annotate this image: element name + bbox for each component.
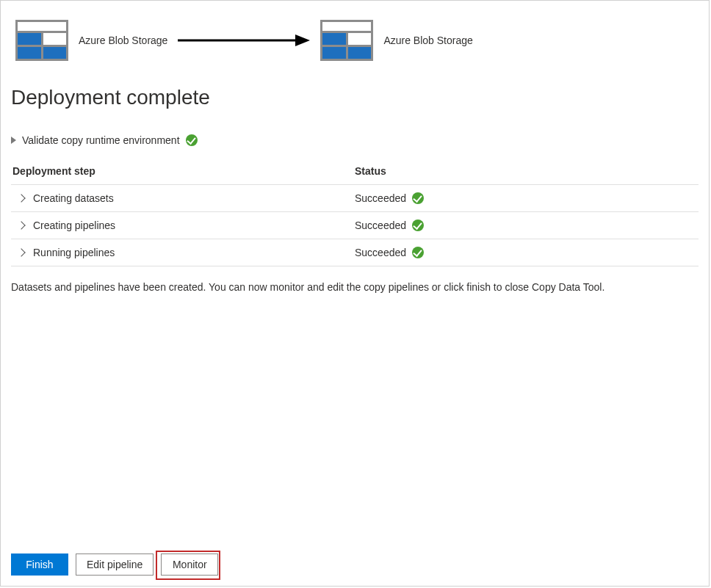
blob-storage-icon (320, 20, 373, 61)
check-success-icon (412, 192, 424, 204)
deployment-steps-table: Deployment step Status Creating datasets… (11, 159, 699, 266)
deployment-summary-text: Datasets and pipelines have been created… (11, 266, 699, 293)
check-success-icon (412, 219, 424, 231)
data-flow-diagram: Azure Blob Storage Azure Blob Stora (11, 14, 699, 77)
check-success-icon (186, 134, 198, 146)
flow-source-label: Azure Blob Storage (79, 35, 167, 46)
chevron-right-icon (17, 248, 25, 256)
col-status-header: Status (355, 165, 697, 177)
flow-target-label: Azure Blob Storage (383, 35, 472, 46)
validate-runtime-toggle[interactable]: Validate copy runtime environment (11, 134, 699, 146)
page-title: Deployment complete (11, 86, 699, 109)
arrow-icon (178, 33, 310, 48)
step-name-label: Creating pipelines (33, 219, 115, 231)
step-name-label: Running pipelines (33, 247, 115, 258)
blob-storage-icon (15, 20, 68, 61)
svg-marker-1 (295, 35, 310, 46)
col-step-header: Deployment step (12, 165, 355, 177)
flow-target: Azure Blob Storage (320, 20, 472, 61)
chevron-right-icon (17, 221, 25, 229)
triangle-right-icon (11, 137, 16, 144)
wizard-footer: Finish Edit pipeline Monitor (1, 546, 709, 586)
step-status-label: Succeeded (355, 219, 406, 231)
table-row[interactable]: Creating datasets Succeeded (11, 185, 699, 212)
content-area: Azure Blob Storage Azure Blob Stora (1, 1, 709, 293)
flow-source: Azure Blob Storage (15, 20, 167, 61)
chevron-right-icon (17, 194, 25, 202)
table-row[interactable]: Creating pipelines Succeeded (11, 212, 699, 239)
table-row[interactable]: Running pipelines Succeeded (11, 239, 699, 266)
monitor-button[interactable]: Monitor (161, 553, 218, 576)
check-success-icon (412, 247, 424, 258)
step-status-label: Succeeded (355, 247, 406, 258)
wizard-window: Azure Blob Storage Azure Blob Stora (0, 0, 710, 587)
step-name-label: Creating datasets (33, 192, 114, 204)
finish-button[interactable]: Finish (11, 553, 68, 576)
table-header: Deployment step Status (11, 159, 699, 185)
step-status-label: Succeeded (355, 192, 406, 204)
edit-pipeline-button[interactable]: Edit pipeline (76, 553, 154, 576)
validate-runtime-label: Validate copy runtime environment (22, 134, 180, 146)
